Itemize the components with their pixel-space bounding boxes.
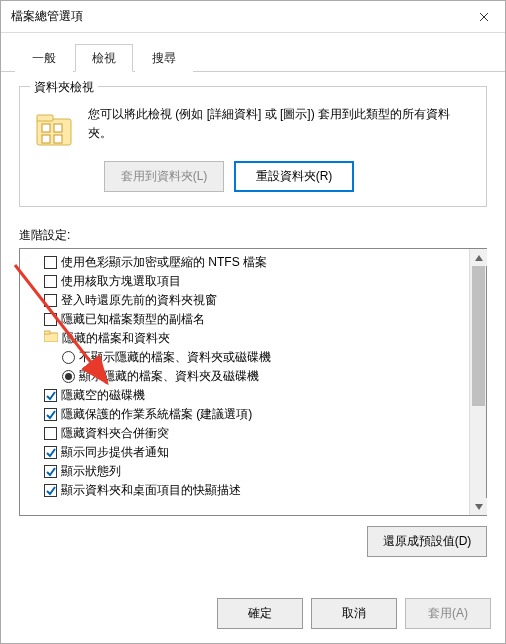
- dialog-footer: 確定 取消 套用(A): [1, 588, 505, 643]
- svg-rect-2: [42, 124, 50, 132]
- folder-icon: [44, 330, 58, 347]
- folder-views-icon: [34, 109, 74, 149]
- ok-button[interactable]: 確定: [217, 598, 303, 629]
- tab-general[interactable]: 一般: [15, 44, 73, 72]
- checkbox-icon[interactable]: [44, 313, 57, 326]
- radio-icon[interactable]: [62, 370, 75, 383]
- checkbox-icon[interactable]: [44, 294, 57, 307]
- reset-folders-button[interactable]: 重設資料夾(R): [234, 161, 354, 192]
- list-item[interactable]: 使用核取方塊選取項目: [20, 272, 469, 291]
- cancel-button[interactable]: 取消: [311, 598, 397, 629]
- tab-search[interactable]: 搜尋: [135, 44, 193, 72]
- close-button[interactable]: [463, 2, 505, 32]
- scrollbar[interactable]: [469, 249, 486, 515]
- svg-rect-3: [54, 124, 62, 132]
- checkbox-icon[interactable]: [44, 275, 57, 288]
- chevron-up-icon: [475, 255, 483, 261]
- checkbox-icon[interactable]: [44, 389, 57, 402]
- list-item[interactable]: 顯示狀態列: [20, 462, 469, 481]
- checkbox-icon[interactable]: [44, 256, 57, 269]
- folder-options-dialog: 檔案總管選項 一般 檢視 搜尋 資料夾檢視: [0, 0, 506, 644]
- list-item: 隱藏的檔案和資料夾: [20, 329, 469, 348]
- list-item-label: 不顯示隱藏的檔案、資料夾或磁碟機: [79, 349, 271, 366]
- svg-rect-4: [42, 135, 50, 143]
- checkbox-icon[interactable]: [44, 427, 57, 440]
- checkbox-icon[interactable]: [44, 408, 57, 421]
- list-item[interactable]: 顯示同步提供者通知: [20, 443, 469, 462]
- scroll-up-button[interactable]: [470, 249, 487, 266]
- scroll-thumb[interactable]: [472, 266, 485, 406]
- list-item[interactable]: 隱藏保護的作業系統檔案 (建議選項): [20, 405, 469, 424]
- advanced-settings-listbox: 使用色彩顯示加密或壓縮的 NTFS 檔案使用核取方塊選取項目登入時還原先前的資料…: [19, 248, 487, 516]
- list-item-label: 隱藏空的磁碟機: [61, 387, 145, 404]
- list-item[interactable]: 顯示資料夾和桌面項目的快顯描述: [20, 481, 469, 500]
- svg-rect-1: [37, 115, 53, 121]
- list-item-label: 使用色彩顯示加密或壓縮的 NTFS 檔案: [61, 254, 267, 271]
- list-item[interactable]: 登入時還原先前的資料夾視窗: [20, 291, 469, 310]
- scroll-down-button[interactable]: [470, 498, 487, 515]
- list-item[interactable]: 隱藏空的磁碟機: [20, 386, 469, 405]
- list-item[interactable]: 不顯示隱藏的檔案、資料夾或磁碟機: [20, 348, 469, 367]
- folder-views-text: 您可以將此檢視 (例如 [詳細資料] 或 [圖示]) 套用到此類型的所有資料夾。: [88, 105, 472, 143]
- list-item-label: 顯示狀態列: [61, 463, 121, 480]
- restore-defaults-button[interactable]: 還原成預設值(D): [367, 526, 487, 557]
- checkbox-icon[interactable]: [44, 465, 57, 478]
- tab-content: 資料夾檢視 您可以將此檢視 (例如 [詳細資料] 或 [圖示]) 套用到此類型的…: [1, 72, 505, 588]
- list-item-label: 使用核取方塊選取項目: [61, 273, 181, 290]
- list-item-label: 隱藏保護的作業系統檔案 (建議選項): [61, 406, 252, 423]
- svg-rect-5: [54, 135, 62, 143]
- chevron-down-icon: [475, 504, 483, 510]
- checkbox-icon[interactable]: [44, 484, 57, 497]
- list-item[interactable]: 隱藏資料夾合併衝突: [20, 424, 469, 443]
- list-item-label: 隱藏的檔案和資料夾: [62, 330, 170, 347]
- tab-view[interactable]: 檢視: [75, 44, 133, 72]
- checkbox-icon[interactable]: [44, 446, 57, 459]
- list-item-label: 隱藏資料夾合併衝突: [61, 425, 169, 442]
- list-item[interactable]: 使用色彩顯示加密或壓縮的 NTFS 檔案: [20, 253, 469, 272]
- dialog-title: 檔案總管選項: [11, 8, 463, 25]
- list-item-label: 登入時還原先前的資料夾視窗: [61, 292, 217, 309]
- close-icon: [479, 12, 489, 22]
- list-item-label: 顯示資料夾和桌面項目的快顯描述: [61, 482, 241, 499]
- folder-views-group: 資料夾檢視 您可以將此檢視 (例如 [詳細資料] 或 [圖示]) 套用到此類型的…: [19, 86, 487, 207]
- list-item-label: 顯示隱藏的檔案、資料夾及磁碟機: [79, 368, 259, 385]
- list-item[interactable]: 顯示隱藏的檔案、資料夾及磁碟機: [20, 367, 469, 386]
- titlebar: 檔案總管選項: [1, 1, 505, 33]
- apply-button: 套用(A): [405, 598, 491, 629]
- apply-to-folders-button: 套用到資料夾(L): [104, 161, 224, 192]
- tab-strip: 一般 檢視 搜尋: [1, 33, 505, 72]
- advanced-settings-label: 進階設定:: [19, 227, 487, 244]
- advanced-settings-list[interactable]: 使用色彩顯示加密或壓縮的 NTFS 檔案使用核取方塊選取項目登入時還原先前的資料…: [20, 249, 469, 515]
- list-item-label: 隱藏已知檔案類型的副檔名: [61, 311, 205, 328]
- svg-rect-7: [44, 331, 50, 334]
- list-item-label: 顯示同步提供者通知: [61, 444, 169, 461]
- folder-views-label: 資料夾檢視: [30, 79, 98, 96]
- list-item[interactable]: 隱藏已知檔案類型的副檔名: [20, 310, 469, 329]
- radio-icon[interactable]: [62, 351, 75, 364]
